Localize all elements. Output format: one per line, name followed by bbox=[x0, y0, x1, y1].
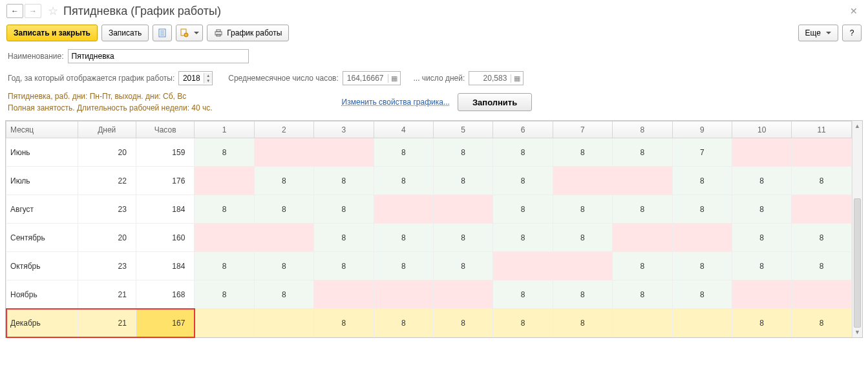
cell-day[interactable]: 8 bbox=[374, 309, 433, 337]
cell-day[interactable]: 8 bbox=[195, 195, 254, 224]
cell-month[interactable]: Июнь bbox=[6, 138, 78, 167]
cell-day[interactable]: 8 bbox=[254, 252, 313, 280]
col-header-day[interactable]: 4 bbox=[374, 121, 433, 138]
col-header-day[interactable]: 8 bbox=[613, 121, 672, 138]
cell-day[interactable]: 8 bbox=[613, 252, 672, 280]
cell-day[interactable]: 8 bbox=[792, 309, 851, 337]
cell-month[interactable]: Июль bbox=[6, 167, 78, 195]
col-header-hours[interactable]: Часов bbox=[136, 121, 194, 138]
cell-day[interactable]: 8 bbox=[792, 224, 851, 252]
cell-day[interactable]: 8 bbox=[792, 167, 851, 195]
cell-day[interactable] bbox=[792, 280, 851, 309]
table-row[interactable]: Октябрь23184888888888 bbox=[6, 252, 862, 280]
cell-day[interactable]: 8 bbox=[433, 252, 492, 280]
col-header-day[interactable]: 5 bbox=[433, 121, 492, 138]
cell-day[interactable] bbox=[433, 195, 492, 224]
cell-day[interactable]: 8 bbox=[732, 252, 791, 280]
cell-day[interactable] bbox=[672, 309, 732, 337]
cell-day[interactable]: 8 bbox=[553, 309, 612, 337]
cell-day[interactable]: 8 bbox=[672, 280, 732, 309]
cell-month[interactable]: Август bbox=[6, 195, 78, 224]
change-properties-link[interactable]: Изменить свойства графика... bbox=[342, 96, 450, 108]
col-header-day[interactable]: 7 bbox=[553, 121, 612, 138]
cell-day[interactable] bbox=[254, 309, 313, 337]
cell-day[interactable]: 8 bbox=[433, 224, 492, 252]
config-button[interactable] bbox=[176, 25, 203, 41]
cell-day[interactable]: 8 bbox=[254, 167, 313, 195]
cell-day[interactable] bbox=[732, 138, 791, 167]
cell-day[interactable]: 8 bbox=[374, 224, 433, 252]
forward-button[interactable]: → bbox=[25, 4, 41, 18]
cell-day[interactable] bbox=[374, 195, 433, 224]
cell-day[interactable]: 8 bbox=[433, 309, 492, 337]
cell-day[interactable]: 8 bbox=[254, 195, 313, 224]
cell-days[interactable]: 20 bbox=[78, 138, 136, 167]
cell-day[interactable]: 8 bbox=[732, 309, 791, 337]
col-header-day[interactable]: 2 bbox=[254, 121, 313, 138]
cell-day[interactable] bbox=[553, 167, 612, 195]
scrollbar-thumb[interactable] bbox=[854, 198, 861, 328]
cell-day[interactable] bbox=[254, 224, 313, 252]
cell-days[interactable]: 21 bbox=[78, 309, 136, 337]
year-spinner[interactable]: ▲ ▼ bbox=[178, 71, 213, 85]
cell-day[interactable] bbox=[314, 138, 374, 167]
cell-day[interactable]: 8 bbox=[195, 252, 254, 280]
cell-hours[interactable]: 184 bbox=[136, 252, 194, 280]
col-header-days[interactable]: Дней bbox=[78, 121, 136, 138]
calculator-icon[interactable]: ▦ bbox=[388, 74, 400, 83]
col-header-day[interactable]: 3 bbox=[314, 121, 374, 138]
cell-day[interactable] bbox=[613, 224, 672, 252]
cell-days[interactable]: 22 bbox=[78, 167, 136, 195]
cell-day[interactable] bbox=[792, 195, 851, 224]
col-header-day[interactable]: 1 bbox=[195, 121, 254, 138]
cell-day[interactable]: 8 bbox=[493, 309, 553, 337]
cell-day[interactable] bbox=[553, 252, 612, 280]
cell-day[interactable]: 8 bbox=[613, 280, 672, 309]
cell-day[interactable]: 8 bbox=[732, 195, 791, 224]
cell-day[interactable]: 8 bbox=[374, 167, 433, 195]
col-header-day[interactable]: 6 bbox=[493, 121, 553, 138]
cell-hours[interactable]: 167 bbox=[136, 309, 194, 337]
cell-day[interactable]: 8 bbox=[493, 167, 553, 195]
cell-day[interactable]: 8 bbox=[732, 224, 791, 252]
cell-month[interactable]: Декабрь bbox=[6, 309, 78, 337]
table-row[interactable]: Август2318488888888 bbox=[6, 195, 862, 224]
cell-day[interactable]: 8 bbox=[314, 167, 374, 195]
help-button[interactable]: ? bbox=[842, 25, 862, 41]
cell-day[interactable] bbox=[254, 138, 313, 167]
year-input[interactable] bbox=[179, 72, 204, 84]
cell-month[interactable]: Ноябрь bbox=[6, 280, 78, 309]
cell-day[interactable]: 8 bbox=[613, 138, 672, 167]
print-button[interactable]: График работы bbox=[207, 25, 289, 41]
cell-day[interactable] bbox=[613, 309, 672, 337]
cell-day[interactable] bbox=[433, 280, 492, 309]
cell-day[interactable]: 8 bbox=[493, 138, 553, 167]
cell-month[interactable]: Сентябрь bbox=[6, 224, 78, 252]
cell-day[interactable]: 8 bbox=[314, 252, 374, 280]
cell-hours[interactable]: 176 bbox=[136, 167, 194, 195]
year-down-button[interactable]: ▼ bbox=[204, 78, 212, 83]
cell-hours[interactable]: 159 bbox=[136, 138, 194, 167]
vertical-scrollbar[interactable] bbox=[852, 121, 862, 337]
cell-days[interactable]: 20 bbox=[78, 224, 136, 252]
cell-day[interactable]: 8 bbox=[493, 224, 553, 252]
cell-day[interactable] bbox=[195, 167, 254, 195]
cell-day[interactable]: 8 bbox=[314, 195, 374, 224]
cell-day[interactable]: 8 bbox=[553, 138, 612, 167]
cell-day[interactable] bbox=[672, 224, 732, 252]
back-button[interactable]: ← bbox=[6, 4, 23, 18]
cell-hours[interactable]: 160 bbox=[136, 224, 194, 252]
cell-day[interactable]: 8 bbox=[493, 195, 553, 224]
cell-day[interactable] bbox=[613, 167, 672, 195]
cell-day[interactable] bbox=[792, 138, 851, 167]
save-button[interactable]: Записать bbox=[101, 25, 149, 41]
cell-hours[interactable]: 184 bbox=[136, 195, 194, 224]
close-button[interactable]: ✕ bbox=[846, 6, 862, 16]
avg-days-box[interactable]: 20,583 ▦ bbox=[469, 71, 524, 85]
name-input[interactable] bbox=[68, 49, 249, 63]
cell-days[interactable]: 21 bbox=[78, 280, 136, 309]
cell-day[interactable]: 8 bbox=[553, 195, 612, 224]
table-row[interactable]: Ноябрь21168888888 bbox=[6, 280, 862, 309]
cell-hours[interactable]: 168 bbox=[136, 280, 194, 309]
year-up-button[interactable]: ▲ bbox=[204, 73, 212, 78]
